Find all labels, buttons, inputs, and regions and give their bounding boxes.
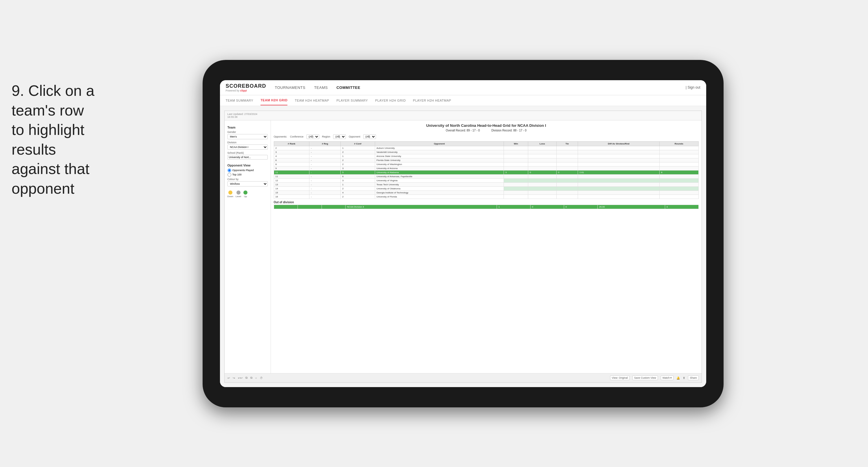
division-select[interactable]: NCAA Division I	[227, 144, 268, 150]
division-label: Division	[227, 141, 268, 144]
h2h-grid-table: # Rank # Reg # Conf Opponent Win Loss Ti…	[274, 141, 699, 199]
sub-nav: TEAM SUMMARY TEAM H2H GRID TEAM H2H HEAT…	[220, 95, 706, 106]
share-icon[interactable]: ⬆	[683, 376, 685, 380]
gender-label: Gender	[227, 130, 268, 134]
team-section-title: Team	[227, 126, 268, 129]
table-row[interactable]: 2-1Auburn University	[274, 146, 699, 150]
col-rank: # Rank	[274, 141, 309, 146]
col-win: Win	[504, 141, 528, 146]
radio-top100[interactable]: Top 100	[227, 173, 268, 177]
logo-area: SCOREBOARD Powered by clippi	[226, 83, 266, 92]
timer-icon[interactable]: ⏱	[260, 376, 263, 380]
out-of-division-header: Out of division	[274, 199, 699, 205]
main-content: Last Updated: 27/03/2024 16:55:38 Team G…	[220, 106, 706, 387]
paste-icon[interactable]: ⧉	[250, 376, 252, 380]
col-rounds: Rounds	[659, 141, 699, 146]
instruction-body: Click on a team's row to highlight resul…	[11, 82, 94, 197]
subnav-player-summary[interactable]: PLAYER SUMMARY	[336, 96, 368, 105]
table-row[interactable]: 11-6University of Arkansas, Fayetteville	[274, 174, 699, 178]
tablet-screen: SCOREBOARD Powered by clippi TOURNAMENTS…	[220, 80, 706, 387]
region-filter-select[interactable]: (All)	[333, 134, 346, 139]
share-btn[interactable]: Share	[688, 376, 699, 380]
save-custom-view-btn[interactable]: Save Custom View	[632, 376, 658, 380]
subnav-team-summary[interactable]: TEAM SUMMARY	[226, 96, 253, 105]
conference-filter-select[interactable]: (All)	[307, 134, 319, 139]
table-row[interactable]: 12-3University of Virginia	[274, 178, 699, 182]
col-diff: Diff Av Strokes/Rnd	[578, 141, 660, 146]
col-opponent: Opponent	[375, 141, 504, 146]
table-row[interactable]: 11-5University of Alabama3002.618	[274, 170, 699, 174]
division-record: Division Record: 88 - 17 - 0	[492, 129, 526, 132]
tableau-container: Last Updated: 27/03/2024 16:55:38 Team G…	[224, 111, 702, 383]
nav-teams[interactable]: TEAMS	[314, 84, 328, 91]
copy-icon[interactable]: ⧉	[245, 376, 247, 380]
tableau-body: Team Gender Men's Division NCAA Division…	[225, 120, 702, 373]
right-panel: University of North Carolina Head-to-Hea…	[271, 120, 702, 373]
table-row[interactable]: 16-2University of Florida	[274, 195, 699, 199]
tableau-header: Last Updated: 27/03/2024 16:55:38	[225, 111, 702, 120]
nav-committee[interactable]: COMMITTEE	[336, 84, 360, 91]
nav-links: TOURNAMENTS TEAMS COMMITTEE	[275, 84, 686, 91]
logo-title: SCOREBOARD	[226, 83, 266, 89]
legend-up: Up	[243, 191, 247, 198]
subnav-player-h2h-grid[interactable]: PLAYER H2H GRID	[375, 96, 406, 105]
opponents-filter-label: Opponents:	[274, 135, 287, 138]
legend-up-dot	[243, 191, 247, 195]
legend-down-dot	[228, 191, 232, 195]
colour-by-label: Colour by	[227, 178, 268, 181]
undo-icon[interactable]: ↩	[227, 376, 230, 380]
opponent-view-title: Opponent View	[227, 164, 268, 167]
nav-tournaments[interactable]: TOURNAMENTS	[275, 84, 306, 91]
sign-out-link[interactable]: | Sign out	[686, 85, 701, 89]
table-row[interactable]: 8-2University of Washington	[274, 162, 699, 166]
out-of-division-row[interactable]: NCAA Division II10026.003	[274, 205, 699, 209]
col-conf: # Conf	[341, 141, 375, 146]
instruction-number: 9.	[11, 82, 24, 99]
reset-icon[interactable]: ○	[255, 376, 257, 380]
col-loss: Loss	[528, 141, 557, 146]
nav-bar: SCOREBOARD Powered by clippi TOURNAMENTS…	[220, 80, 706, 95]
opponent-filter-select[interactable]: (All)	[363, 134, 376, 139]
watch-btn[interactable]: Watch ▾	[661, 376, 674, 380]
legend-up-label: Up	[244, 195, 247, 198]
opponent-filter-label: Opponent	[349, 135, 360, 138]
overall-record: Overall Record: 89 - 17 - 0	[446, 129, 480, 132]
region-filter-label: Region	[322, 135, 331, 138]
col-reg: # Reg	[309, 141, 341, 146]
tableau-footer: ↩ ↪ ↩↩ ⧉ ⧉ ○ ⏱ View: Original Save Custo…	[225, 373, 702, 382]
legend-down: Down	[227, 191, 233, 198]
alerts-icon[interactable]: 🔔	[676, 376, 680, 380]
table-row[interactable]: 15-4Georgia Institute of Technology	[274, 191, 699, 195]
table-row[interactable]: 9-3University of Arizona	[274, 166, 699, 170]
gender-select[interactable]: Men's	[227, 134, 268, 139]
legend-level-dot	[237, 191, 241, 195]
revert-icon[interactable]: ↩↩	[238, 376, 243, 380]
school-input[interactable]	[227, 155, 268, 159]
colour-by-select[interactable]: Win/loss	[227, 181, 268, 186]
legend-row: Down Level Up	[227, 191, 268, 198]
grid-title: University of North Carolina Head-to-Hea…	[274, 123, 699, 128]
grid-records: Overall Record: 89 - 17 - 0 Division Rec…	[274, 129, 699, 132]
subnav-team-h2h-heatmap[interactable]: TEAM H2H HEATMAP	[294, 96, 329, 105]
radio-opponents-played[interactable]: Opponents Played	[227, 169, 268, 172]
legend-level-label: Level	[236, 195, 241, 198]
tablet-device: SCOREBOARD Powered by clippi TOURNAMENTS…	[203, 60, 723, 407]
table-row[interactable]: 13-1Texas Tech University	[274, 182, 699, 186]
last-updated: Last Updated: 27/03/2024 16:55:38	[227, 113, 257, 118]
subnav-player-h2h-heatmap[interactable]: PLAYER H2H HEATMAP	[413, 96, 451, 105]
table-row[interactable]: 3-2Vanderbilt University	[274, 150, 699, 154]
left-panel: Team Gender Men's Division NCAA Division…	[225, 120, 271, 373]
radio-group: Opponents Played Top 100	[227, 169, 268, 177]
subnav-team-h2h-grid[interactable]: TEAM H2H GRID	[260, 95, 287, 106]
legend-level: Level	[236, 191, 241, 198]
table-row[interactable]: 6-2Florida State University	[274, 158, 699, 162]
redo-icon[interactable]: ↪	[233, 376, 235, 380]
filters-row: Opponents: Conference (All) Region (All)…	[274, 134, 699, 139]
table-row[interactable]: 4-1Arizona State University	[274, 154, 699, 158]
logo-subtitle: Powered by clippi	[226, 89, 266, 92]
table-row[interactable]: 14-2University of Oklahoma	[274, 186, 699, 191]
view-original-btn[interactable]: View: Original	[610, 376, 629, 380]
instruction-text: 9. Click on a team's row to highlight re…	[11, 81, 98, 199]
col-tie: Tie	[557, 141, 578, 146]
out-of-division-table: NCAA Division II10026.003	[274, 205, 699, 209]
